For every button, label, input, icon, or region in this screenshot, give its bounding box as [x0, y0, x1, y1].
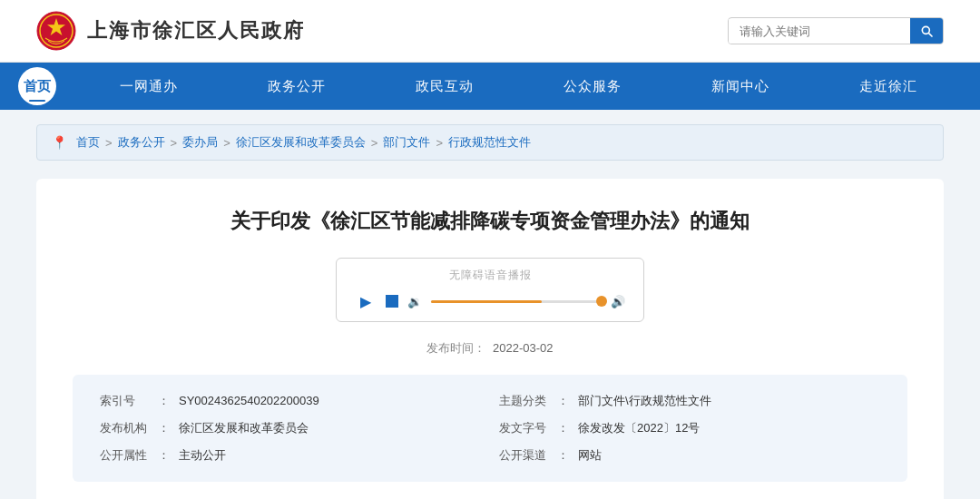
page-title: 关于印发《徐汇区节能减排降碳专项资金管理办法》的通知 — [73, 206, 907, 236]
nav-item-ywtb[interactable]: 一网通办 — [105, 65, 192, 108]
publish-date-value: 2022-03-02 — [493, 341, 554, 355]
play-icon: ▶ — [360, 293, 371, 310]
main-content: 📍 首页 > 政务公开 > 委办局 > 徐汇区发展和改革委员会 > 部门文件 >… — [0, 110, 980, 499]
search-input[interactable] — [729, 19, 910, 44]
breadcrumb-bmwj[interactable]: 部门文件 — [383, 134, 430, 151]
nav-item-zwgk[interactable]: 政务公开 — [253, 65, 340, 108]
nav-item-zmhd[interactable]: 政民互动 — [401, 65, 488, 108]
info-key-gongkaishuxing: 公开属性 — [100, 447, 158, 464]
content-card: 关于印发《徐汇区节能减排降碳专项资金管理办法》的通知 无障碍语音播报 ▶ 🔉 — [36, 179, 944, 499]
breadcrumb-zwgk[interactable]: 政务公开 — [118, 134, 165, 151]
info-row-zhutifenlei: 主题分类 ： 部门文件\行政规范性文件 — [499, 393, 880, 409]
info-key-suoyinhao: 索引号 — [100, 393, 158, 409]
info-card: 索引号 ： SY0024362540202200039 主题分类 ： 部门文件\… — [73, 375, 907, 482]
breadcrumb: 📍 首页 > 政务公开 > 委办局 > 徐汇区发展和改革委员会 > 部门文件 >… — [36, 124, 944, 161]
publish-date-row: 发布时间： 2022-03-02 — [73, 340, 907, 357]
info-val-gongkaishuxing: 主动公开 — [179, 447, 226, 464]
info-key-gongkaiqu: 公开渠道 — [499, 447, 557, 464]
info-row-fabujigou: 发布机构 ： 徐汇区发展和改革委员会 — [100, 420, 481, 436]
audio-progress-thumb — [596, 296, 607, 307]
info-val-suoyinhao: SY0024362540202200039 — [179, 394, 319, 407]
audio-play-button[interactable]: ▶ — [355, 290, 377, 312]
site-title: 上海市徐汇区人民政府 — [87, 17, 305, 44]
main-nav: 首页 一网通办 政务公开 政民互动 公众服务 新闻中心 走近徐汇 — [0, 63, 980, 110]
info-val-zhutifenlei: 部门文件\行政规范性文件 — [578, 393, 711, 409]
nav-item-gzfw[interactable]: 公众服务 — [549, 65, 636, 108]
nav-item-zjxh[interactable]: 走近徐汇 — [845, 65, 932, 108]
info-key-fawenzihao: 发文字号 — [499, 420, 557, 436]
info-val-gongkaiqu: 网站 — [578, 447, 602, 464]
info-val-fawenzihao: 徐发改发〔2022〕12号 — [578, 420, 700, 436]
audio-stop-button[interactable] — [386, 295, 398, 308]
breadcrumb-xhqfg[interactable]: 徐汇区发展和改革委员会 — [236, 134, 366, 151]
search-bar[interactable] — [728, 17, 944, 44]
info-row-gongkaishuxing: 公开属性 ： 主动公开 — [100, 447, 481, 464]
nav-item-xwzx[interactable]: 新闻中心 — [697, 65, 784, 108]
info-key-zhutifenlei: 主题分类 — [499, 393, 557, 409]
logo-area: 上海市徐汇区人民政府 — [36, 11, 305, 51]
location-pin-icon: 📍 — [52, 135, 67, 150]
audio-progress-track[interactable] — [431, 300, 602, 303]
search-icon — [919, 24, 934, 38]
search-button[interactable] — [910, 18, 943, 44]
home-label: 首页 — [24, 78, 51, 95]
publish-label: 发布时间： — [426, 341, 485, 355]
info-val-fabujigou: 徐汇区发展和改革委员会 — [179, 420, 309, 436]
info-key-fabujigou: 发布机构 — [100, 420, 158, 436]
audio-player-area: 无障碍语音播报 ▶ 🔉 🔊 — [73, 258, 907, 322]
gov-emblem-icon — [36, 11, 76, 51]
breadcrumb-wbj[interactable]: 委办局 — [182, 134, 218, 151]
nav-items-list: 一网通办 政务公开 政民互动 公众服务 新闻中心 走近徐汇 — [74, 65, 962, 108]
info-row-suoyinhao: 索引号 ： SY0024362540202200039 — [100, 393, 481, 409]
breadcrumb-home[interactable]: 首页 — [76, 134, 100, 151]
info-row-fawenzihao: 发文字号 ： 徐发改发〔2022〕12号 — [499, 420, 880, 436]
volume-right-icon: 🔊 — [611, 295, 625, 308]
audio-controls: ▶ 🔉 🔊 — [355, 290, 625, 312]
volume-left-icon: 🔉 — [407, 295, 422, 308]
audio-player: 无障碍语音播报 ▶ 🔉 🔊 — [336, 258, 644, 322]
nav-home-button[interactable]: 首页 — [18, 67, 56, 105]
audio-label: 无障碍语音播报 — [355, 268, 625, 283]
site-header: 上海市徐汇区人民政府 — [0, 0, 980, 63]
info-row-gongkaiqu: 公开渠道 ： 网站 — [499, 447, 880, 464]
audio-progress-fill — [431, 300, 542, 303]
breadcrumb-xzgfxwj[interactable]: 行政规范性文件 — [448, 134, 531, 151]
